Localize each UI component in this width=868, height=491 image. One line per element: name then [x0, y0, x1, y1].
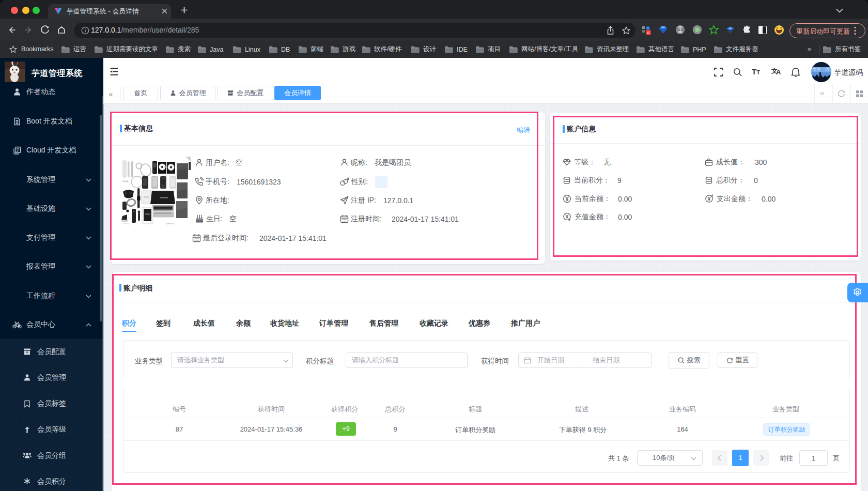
svg-text:文也一周: 文也一周 — [813, 67, 829, 72]
svg-text:6: 6 — [647, 30, 650, 35]
